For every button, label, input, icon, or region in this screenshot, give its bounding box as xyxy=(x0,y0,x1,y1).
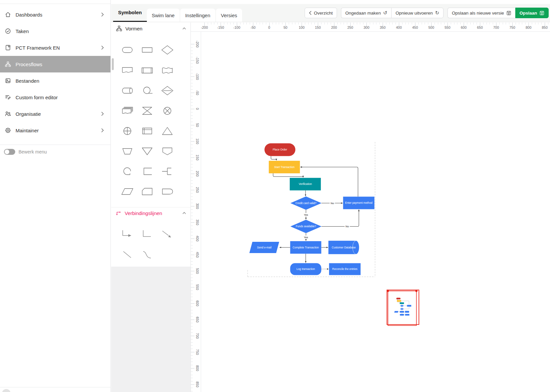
shape-multi-document-icon[interactable] xyxy=(119,104,135,117)
sidebar-nav: DashboardsTakenPCT Framework ENProcesflo… xyxy=(0,6,110,139)
shape-stored-data-icon[interactable] xyxy=(119,84,135,97)
flow-node-send_email[interactable]: Send e-mail xyxy=(249,242,279,253)
shape-document-icon[interactable] xyxy=(119,64,135,77)
sidebar-item-procesflows[interactable]: Procesflows xyxy=(0,56,110,72)
chevron-right-icon xyxy=(99,11,106,18)
flow-node-place_order[interactable]: Place Order xyxy=(265,143,295,156)
sitemap-icon xyxy=(5,61,11,67)
flow-node-complete_transaction[interactable]: Complete Transaction xyxy=(290,241,321,254)
flow-edge-start_transaction-to-verification[interactable] xyxy=(273,173,303,177)
sidebar-item-organisatie[interactable]: Organisatie xyxy=(0,106,110,122)
shape-parallelogram-icon[interactable] xyxy=(119,185,135,198)
shape-trapezoid-icon[interactable] xyxy=(119,145,135,158)
tab-bar: SymbolenSwim laneInstellingenVersies xyxy=(113,4,243,22)
chevron-right-icon xyxy=(99,110,106,117)
save-icon xyxy=(506,11,511,16)
save-button[interactable]: Opslaan xyxy=(515,8,549,18)
shape-bracket-line-icon[interactable] xyxy=(159,165,175,178)
shape-triangle-up-icon[interactable] xyxy=(159,124,175,138)
redo-icon: ↻ xyxy=(435,10,440,16)
shape-rectangle-icon[interactable] xyxy=(139,43,155,57)
flow-node-log_transaction[interactable]: Log transaction xyxy=(290,263,321,275)
edit-menu-toggle[interactable] xyxy=(4,149,15,155)
flow-node-label: Start Transaction xyxy=(274,166,295,169)
connector-diagonal-line-icon[interactable] xyxy=(119,248,135,262)
redo-button[interactable]: Opnieuw uitvoeren ↻ xyxy=(391,8,444,18)
shapes-section-header[interactable]: Vormen xyxy=(116,24,187,33)
shape-card-icon[interactable] xyxy=(139,185,155,198)
connector-elbow-arrow-icon[interactable] xyxy=(119,228,135,241)
shape-bracket-icon[interactable] xyxy=(139,165,155,178)
sidebar-item-label: Bestanden xyxy=(16,78,106,84)
shape-annotation-circle-icon[interactable] xyxy=(119,165,135,178)
flow-node-label: Place Order xyxy=(273,148,287,151)
shape-triangle-down-icon[interactable] xyxy=(139,145,155,158)
framework-icon xyxy=(5,44,11,51)
home-icon xyxy=(5,11,11,18)
save-icon xyxy=(539,11,544,16)
sidebar-item-bestanden[interactable]: Bestanden xyxy=(0,72,110,89)
edit-menu-toggle-label: Bewerk menu xyxy=(19,149,47,154)
flow-edge-place_order-to-start_transaction[interactable] xyxy=(271,156,276,160)
shape-predefined-process-icon[interactable] xyxy=(139,64,155,77)
flow-edge-funds_available-to-enter_payment[interactable] xyxy=(321,210,359,227)
shape-off-page-icon[interactable] xyxy=(159,145,175,158)
shape-diamond-icon[interactable] xyxy=(159,43,175,57)
palette-scrollbar[interactable] xyxy=(112,58,114,70)
sidebar-item-custom-form-editor[interactable]: Custom form editor xyxy=(0,89,110,106)
chevron-right-icon xyxy=(99,127,106,134)
shape-stadium-icon[interactable] xyxy=(119,43,135,57)
shape-flag-icon[interactable] xyxy=(159,64,175,77)
flow-node-reconcile_entries[interactable]: Reconcile the entries xyxy=(329,263,360,275)
flow-node-funds_available[interactable]: Funds available? xyxy=(290,220,321,233)
flow-node-verification[interactable]: Verification xyxy=(290,178,321,191)
tab-instellingen[interactable]: Instellingen xyxy=(180,9,215,22)
tab-versies[interactable]: Versies xyxy=(216,9,242,22)
undo-icon: ↺ xyxy=(383,10,387,16)
save-as-new-version-button[interactable]: Opslaan als nieuwe versie xyxy=(447,8,515,18)
sidebar-item-pct-framework-en[interactable]: PCT Framework EN xyxy=(0,39,110,56)
connectors-section-header[interactable]: Verbindingslijnen xyxy=(116,209,187,217)
avatar[interactable] xyxy=(2,389,11,392)
connector-curve-line-icon[interactable] xyxy=(139,248,155,262)
shape-internal-storage-icon[interactable] xyxy=(139,124,155,138)
sidebar-item-maintainer[interactable]: Maintainer xyxy=(0,122,110,139)
undo-button[interactable]: Ongedaan maken ↺ xyxy=(341,8,391,18)
flow-node-start_transaction[interactable]: Start Transaction xyxy=(269,161,300,173)
connector-elbow-line-icon[interactable] xyxy=(139,228,155,241)
sidebar-item-label: Dashboards xyxy=(16,12,99,18)
flow-node-label: Log transaction xyxy=(297,268,315,271)
form-editor-icon xyxy=(5,94,11,101)
edge-label-yes: Yes xyxy=(304,213,308,216)
flow-node-label: Reconcile the entries xyxy=(332,268,358,271)
sidebar-bottom-divider xyxy=(0,387,110,387)
flow-node-customer_database[interactable]: Customer Database xyxy=(328,241,359,254)
sidebar-item-label: Organisatie xyxy=(16,111,99,117)
sidebar-top-divider xyxy=(0,4,110,4)
flow-node-credit_card_valid[interactable]: Credit card valid? xyxy=(290,196,321,210)
palette-footer xyxy=(111,267,190,392)
shape-tape-icon[interactable] xyxy=(139,84,155,97)
overview-button[interactable]: Overzicht xyxy=(305,8,337,18)
flow-node-enter_payment[interactable]: Enter payment method xyxy=(343,196,374,209)
tab-symbolen[interactable]: Symbolen xyxy=(113,4,147,22)
flow-nodes: Place OrderStart TransactionVerification… xyxy=(249,143,374,275)
shape-circle-x-icon[interactable] xyxy=(159,104,175,117)
shape-decision-lined-icon[interactable] xyxy=(159,84,175,97)
shape-circle-cross-icon[interactable] xyxy=(119,124,135,138)
connectors-section-title: Verbindingslijnen xyxy=(125,210,182,216)
connector-diagonal-arrow-icon[interactable] xyxy=(159,228,175,241)
flow-node-label: Send e-mail xyxy=(257,246,272,249)
sidebar-item-label: Taken xyxy=(16,28,106,34)
chevron-up-icon[interactable] xyxy=(182,26,187,31)
tab-swim-lane[interactable]: Swim lane xyxy=(147,9,180,22)
flow-node-label: Verification xyxy=(299,183,312,186)
shape-palette: Vormen Verbindingslijnen xyxy=(111,22,191,392)
toolbar: Overzicht Ongedaan maken ↺ Opnieuw uitvo… xyxy=(305,4,550,22)
sidebar-item-taken[interactable]: Taken xyxy=(0,23,110,39)
minimap[interactable] xyxy=(387,290,419,326)
shape-hourglass-icon[interactable] xyxy=(139,104,155,117)
shape-delay-icon[interactable] xyxy=(159,185,175,198)
chevron-up-icon[interactable] xyxy=(182,211,187,215)
sidebar-item-dashboards[interactable]: Dashboards xyxy=(0,6,110,23)
